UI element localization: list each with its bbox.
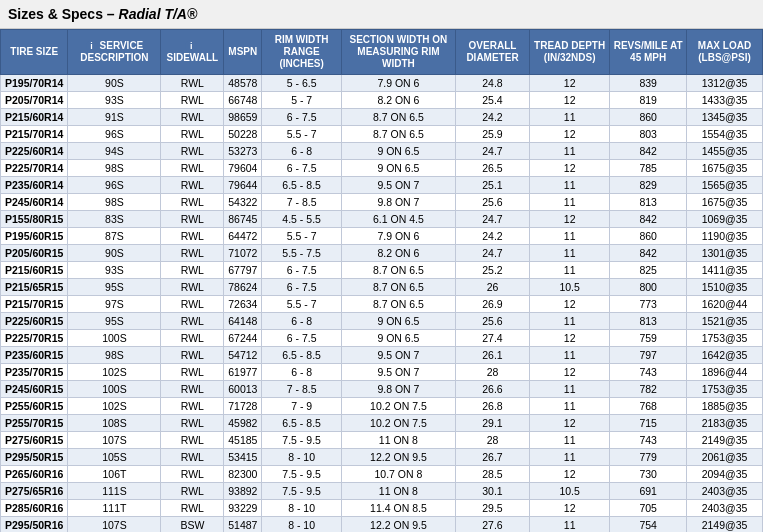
cell-sidewall: RWL [161,177,224,194]
cell-max_load: 2403@35 [686,500,762,517]
cell-section_width: 8.7 ON 6.5 [341,296,455,313]
table-row: P215/70R1597SRWL726345.5 - 78.7 ON 6.526… [1,296,763,313]
cell-sidewall: RWL [161,364,224,381]
cell-revs_mile: 691 [610,483,687,500]
cell-overall_diameter: 28 [456,432,530,449]
cell-service_desc: 91S [68,109,161,126]
cell-revs_mile: 819 [610,92,687,109]
cell-tire_size: P235/70R15 [1,364,68,381]
cell-max_load: 2183@35 [686,415,762,432]
cell-mspn: 45982 [224,415,262,432]
table-row: P295/50R16107SBSW514878 - 1012.2 ON 9.52… [1,517,763,533]
cell-tire_size: P215/60R15 [1,262,68,279]
cell-rim_width: 7 - 8.5 [262,194,341,211]
cell-service_desc: 96S [68,177,161,194]
cell-service_desc: 102S [68,398,161,415]
table-row: P275/65R16111SRWL938927.5 - 9.511 ON 830… [1,483,763,500]
cell-max_load: 2094@35 [686,466,762,483]
cell-rim_width: 5.5 - 7 [262,296,341,313]
cell-revs_mile: 773 [610,296,687,313]
cell-tread_depth: 12 [529,500,609,517]
cell-mspn: 64472 [224,228,262,245]
cell-tread_depth: 12 [529,126,609,143]
cell-sidewall: RWL [161,313,224,330]
cell-tire_size: P215/60R14 [1,109,68,126]
table-row: P225/60R1595SRWL641486 - 89 ON 6.525.611… [1,313,763,330]
cell-tire_size: P215/65R15 [1,279,68,296]
col-tread-depth: TREAD DEPTH (IN/32NDS) [529,30,609,75]
cell-service_desc: 100S [68,381,161,398]
cell-sidewall: RWL [161,500,224,517]
cell-revs_mile: 730 [610,466,687,483]
cell-mspn: 54322 [224,194,262,211]
cell-mspn: 98659 [224,109,262,126]
cell-revs_mile: 800 [610,279,687,296]
cell-max_load: 1069@35 [686,211,762,228]
cell-max_load: 2403@35 [686,483,762,500]
cell-rim_width: 5.5 - 7.5 [262,245,341,262]
cell-max_load: 1896@44 [686,364,762,381]
cell-tread_depth: 11 [529,398,609,415]
cell-tire_size: P205/60R15 [1,245,68,262]
cell-overall_diameter: 25.4 [456,92,530,109]
col-sidewall: iSIDEWALL [161,30,224,75]
col-revs-mile: REVS/MILE AT 45 MPH [610,30,687,75]
cell-mspn: 60013 [224,381,262,398]
cell-overall_diameter: 29.1 [456,415,530,432]
cell-rim_width: 6 - 7.5 [262,109,341,126]
cell-tire_size: P275/60R15 [1,432,68,449]
cell-mspn: 79604 [224,160,262,177]
cell-rim_width: 6 - 8 [262,313,341,330]
cell-tire_size: P205/70R14 [1,92,68,109]
cell-sidewall: RWL [161,279,224,296]
table-row: P225/70R1498SRWL796046 - 7.59 ON 6.526.5… [1,160,763,177]
cell-overall_diameter: 30.1 [456,483,530,500]
cell-mspn: 48578 [224,75,262,92]
cell-mspn: 51487 [224,517,262,533]
cell-service_desc: 90S [68,245,161,262]
cell-mspn: 53415 [224,449,262,466]
cell-rim_width: 6 - 7.5 [262,330,341,347]
cell-tread_depth: 11 [529,449,609,466]
cell-rim_width: 6 - 8 [262,143,341,160]
cell-overall_diameter: 26.1 [456,347,530,364]
cell-max_load: 2061@35 [686,449,762,466]
cell-max_load: 1433@35 [686,92,762,109]
cell-overall_diameter: 24.7 [456,143,530,160]
cell-sidewall: RWL [161,194,224,211]
cell-revs_mile: 860 [610,109,687,126]
cell-section_width: 6.1 ON 4.5 [341,211,455,228]
cell-max_load: 1510@35 [686,279,762,296]
cell-service_desc: 107S [68,432,161,449]
cell-rim_width: 6.5 - 8.5 [262,347,341,364]
cell-sidewall: RWL [161,432,224,449]
table-row: P195/60R1587SRWL644725.5 - 77.9 ON 624.2… [1,228,763,245]
cell-max_load: 1620@44 [686,296,762,313]
cell-section_width: 9 ON 6.5 [341,313,455,330]
cell-tread_depth: 11 [529,245,609,262]
cell-sidewall: RWL [161,483,224,500]
cell-max_load: 1554@35 [686,126,762,143]
cell-sidewall: RWL [161,92,224,109]
table-row: P155/80R1583SRWL867454.5 - 5.56.1 ON 4.5… [1,211,763,228]
cell-rim_width: 5 - 7 [262,92,341,109]
cell-tire_size: P195/60R15 [1,228,68,245]
cell-tire_size: P275/65R16 [1,483,68,500]
cell-rim_width: 7.5 - 9.5 [262,483,341,500]
cell-mspn: 61977 [224,364,262,381]
cell-rim_width: 6.5 - 8.5 [262,415,341,432]
cell-section_width: 11 ON 8 [341,483,455,500]
cell-service_desc: 98S [68,194,161,211]
cell-rim_width: 6.5 - 8.5 [262,177,341,194]
table-row: P225/70R15100SRWL672446 - 7.59 ON 6.527.… [1,330,763,347]
cell-max_load: 1642@35 [686,347,762,364]
cell-overall_diameter: 25.6 [456,194,530,211]
cell-tread_depth: 10.5 [529,483,609,500]
cell-service_desc: 108S [68,415,161,432]
cell-service_desc: 106T [68,466,161,483]
cell-section_width: 7.9 ON 6 [341,228,455,245]
cell-tire_size: P235/60R14 [1,177,68,194]
cell-tire_size: P245/60R14 [1,194,68,211]
cell-tire_size: P215/70R15 [1,296,68,313]
cell-section_width: 9.5 ON 7 [341,177,455,194]
